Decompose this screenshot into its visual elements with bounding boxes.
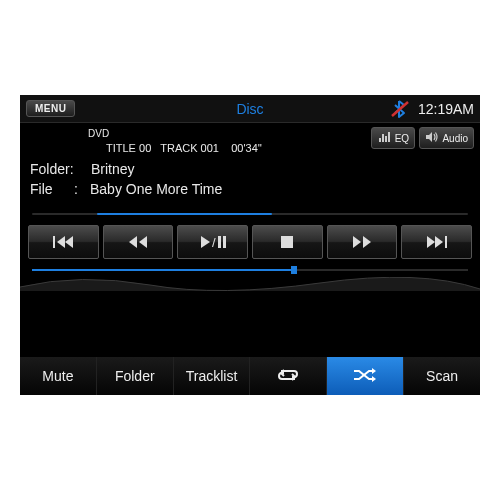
media-type: DVD [88, 128, 109, 139]
svg-rect-3 [385, 136, 387, 142]
seek-thumb [291, 266, 297, 274]
menu-button[interactable]: MENU [26, 100, 75, 117]
svg-text:/: / [212, 235, 216, 250]
bluetooth-disabled-icon [390, 100, 410, 118]
svg-rect-4 [388, 132, 390, 142]
scan-button[interactable]: Scan [404, 357, 480, 395]
svg-rect-10 [445, 236, 447, 248]
prev-track-button[interactable] [28, 225, 99, 259]
tracklist-button[interactable]: Tracklist [174, 357, 251, 395]
wave-decoration [20, 277, 480, 291]
play-pause-button[interactable]: / [177, 225, 248, 259]
audio-button[interactable]: Audio [419, 127, 474, 149]
svg-rect-8 [223, 236, 226, 248]
progress-track [32, 213, 468, 215]
folder-label: Folder: [30, 161, 85, 177]
seek-slider[interactable] [20, 259, 480, 275]
repeat-icon [276, 366, 300, 387]
top-right-group: 12:19AM [390, 100, 474, 118]
stop-button[interactable] [252, 225, 323, 259]
rewind-button[interactable] [103, 225, 174, 259]
audio-label: Audio [442, 133, 468, 144]
svg-rect-7 [218, 236, 221, 248]
seek-track [32, 269, 468, 271]
speaker-icon [425, 131, 439, 145]
track-number: 001 [201, 142, 219, 154]
title-number: 00 [139, 142, 151, 154]
clock: 12:19AM [418, 101, 474, 117]
eq-label: EQ [395, 133, 409, 144]
transport-controls: / [20, 225, 480, 259]
shuffle-icon [352, 366, 378, 387]
metadata: Folder: Britney File : Baby One More Tim… [20, 157, 480, 207]
file-value: Baby One More Time [90, 181, 222, 197]
elapsed-time: 00'34'' [231, 142, 262, 154]
disc-info: DVD TITLE 00 TRACK 001 00'34'' [26, 127, 262, 155]
folder-button[interactable]: Folder [97, 357, 174, 395]
fast-forward-button[interactable] [327, 225, 398, 259]
progress-fill [97, 213, 271, 215]
bottom-bar: Mute Folder Tracklist [20, 357, 480, 395]
next-track-button[interactable] [401, 225, 472, 259]
mute-button[interactable]: Mute [20, 357, 97, 395]
shuffle-button[interactable] [327, 357, 404, 395]
track-label: TRACK [160, 142, 197, 154]
car-stereo-screen: MENU Disc 12:19AM DVD TITLE 00 TRACK 001 [20, 95, 480, 395]
file-colon: : [74, 181, 84, 197]
equalizer-icon [378, 131, 392, 145]
folder-value: Britney [91, 161, 135, 177]
repeat-button[interactable] [250, 357, 327, 395]
title-label: TITLE [106, 142, 136, 154]
folder-row: Folder: Britney [30, 161, 470, 177]
file-row: File : Baby One More Time [30, 181, 470, 197]
seek-fill [32, 269, 294, 271]
file-label: File [30, 181, 68, 197]
disc-info-row: DVD TITLE 00 TRACK 001 00'34'' [20, 123, 480, 157]
svg-rect-9 [281, 236, 293, 248]
svg-rect-2 [382, 134, 384, 142]
top-bar: MENU Disc 12:19AM [20, 95, 480, 123]
svg-rect-5 [53, 236, 55, 248]
svg-rect-1 [379, 138, 381, 142]
side-buttons: EQ Audio [371, 127, 474, 149]
eq-button[interactable]: EQ [371, 127, 415, 149]
playback-progress[interactable] [20, 207, 480, 225]
